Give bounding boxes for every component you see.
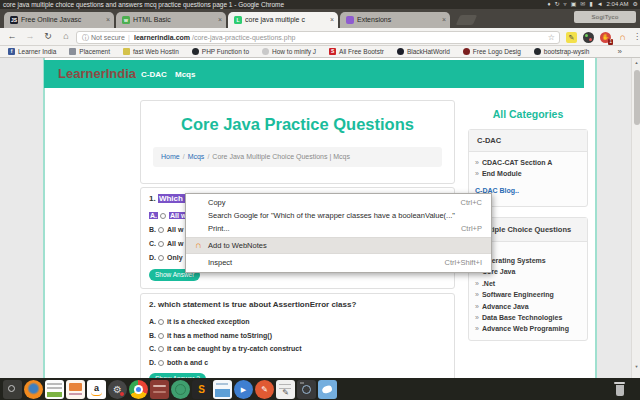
libreoffice-impress-icon[interactable] <box>66 380 85 399</box>
option-c-radio[interactable] <box>158 241 164 247</box>
menu-label: Copy <box>208 196 226 209</box>
menu-item-search-google[interactable]: Search Google for "Which of the wrapper … <box>186 209 491 222</box>
system-tray: ♦ ↻ ▿ ▣ ✉ ▮ ◄ 2:04 AM ⚙ <box>548 0 638 9</box>
address-bar[interactable]: ⓘ Not secure | learnerindia.com /core-ja… <box>76 31 560 44</box>
blue-document-icon[interactable] <box>213 380 232 399</box>
sidebar-item-advance-java[interactable]: »Advance Java <box>475 301 587 312</box>
volume-icon[interactable]: ◄ <box>597 0 603 9</box>
dash-icon[interactable] <box>3 380 22 399</box>
extension-adblock-icon[interactable]: ✋1 <box>600 32 611 43</box>
mail-icon[interactable]: ✉ <box>580 0 585 9</box>
pencil-app-icon[interactable]: ✎ <box>255 380 274 399</box>
trash-icon[interactable] <box>613 381 626 397</box>
page-scrollbar[interactable]: ▲ ▼ <box>631 58 640 378</box>
sidebar-item-cdac-cat[interactable]: »CDAC-CAT Section A <box>475 158 587 169</box>
breadcrumb-home-link[interactable]: Home <box>161 153 180 160</box>
option-c-radio[interactable] <box>158 346 164 352</box>
screenshot-camera-icon[interactable] <box>297 380 316 399</box>
bookmark-all-free-bootstrap[interactable]: SAll Free Bootstr <box>329 48 384 55</box>
option-a-radio[interactable] <box>158 319 164 325</box>
bookmark-star-icon[interactable]: ☆ <box>548 32 555 43</box>
sidebar-item-dotnet[interactable]: ».Net <box>475 278 587 289</box>
tab-core-java-active[interactable]: L core java multiple c × <box>228 12 338 28</box>
breadcrumb-mcqs-link[interactable]: Mcqs <box>188 153 205 160</box>
reload-button[interactable]: ↻ <box>40 28 56 45</box>
sidebar-card1-list: »CDAC-CAT Section A »End Module <box>469 152 587 179</box>
menu-item-inspect[interactable]: Inspect Ctrl+Shift+I <box>186 256 491 269</box>
tab-html-basic[interactable]: w HTML Basic × <box>116 12 226 28</box>
question2-option-c: C.it can be caught by a try-catch constr… <box>149 345 302 352</box>
tab3-close-icon[interactable]: × <box>330 12 334 28</box>
site-brand[interactable]: LearnerIndia <box>58 66 136 81</box>
option-b-radio[interactable] <box>158 227 164 233</box>
scroll-up-arrow[interactable]: ▲ <box>632 60 640 65</box>
green-app-icon[interactable] <box>171 380 190 399</box>
sublime-text-icon[interactable]: S <box>192 380 211 399</box>
nav-link-mcqs[interactable]: Mcqs <box>175 70 195 79</box>
home-button[interactable]: ⌂ <box>58 28 74 45</box>
scroll-down-arrow[interactable]: ▼ <box>632 364 640 369</box>
tab2-title: HTML Basic <box>133 12 213 28</box>
tab2-close-icon[interactable]: × <box>218 12 222 28</box>
menu-item-print[interactable]: Print... Ctrl+P <box>186 222 491 235</box>
bookmark-bootstrap-wysih[interactable]: bootstrap-wysih <box>534 48 590 55</box>
firefox-icon[interactable] <box>24 380 43 399</box>
bookmark-php-function[interactable]: PHP Function to <box>192 48 249 55</box>
power-gear-icon[interactable]: ⚙ <box>633 0 638 9</box>
sidebar-item-end-module[interactable]: »End Module <box>475 169 587 180</box>
amazon-icon[interactable]: a <box>87 380 106 399</box>
battery-icon[interactable]: ▮ <box>589 0 592 9</box>
system-settings-icon[interactable]: ⚙ <box>108 380 127 399</box>
watermark-badge[interactable]: SogiTyco <box>574 11 636 23</box>
bookmark-free-logo-design[interactable]: Free Logo Desig <box>463 48 521 55</box>
network-icon[interactable]: ▿ <box>564 0 567 9</box>
tab3-favicon: L <box>234 16 242 24</box>
chevron-icon: » <box>475 291 479 298</box>
extension-horseshoe-icon[interactable]: ∩ <box>617 32 628 43</box>
clock[interactable]: 2:04 AM <box>607 0 629 9</box>
option-a-radio[interactable] <box>160 213 166 219</box>
bookmark-blackhatworld[interactable]: BlackHatWorld <box>397 48 450 55</box>
files-drawer-icon[interactable] <box>150 380 169 399</box>
media-player-icon[interactable]: ▶ <box>234 380 253 399</box>
bookmark-how-to-minify[interactable]: How to minify J <box>262 48 316 55</box>
bookmark-placement[interactable]: Placement <box>69 48 110 55</box>
libreoffice-calc-icon[interactable] <box>45 380 64 399</box>
menu-item-copy[interactable]: Copy Ctrl+C <box>186 196 491 209</box>
sync-icon[interactable]: ↻ <box>555 0 560 9</box>
bookmarks-overflow-chevron[interactable]: » <box>618 46 622 58</box>
option-b-radio[interactable] <box>158 333 164 339</box>
bookmark-learner-india[interactable]: fLearner India <box>8 48 56 55</box>
indicator-icon[interactable]: ♦ <box>548 0 551 9</box>
question1-option-d: D.Only <box>149 254 183 261</box>
forward-button[interactable]: → <box>22 28 38 45</box>
nav-link-cdac[interactable]: C-DAC <box>141 70 167 79</box>
back-button[interactable]: ← <box>4 28 20 45</box>
tab1-close-icon[interactable]: × <box>106 12 110 28</box>
tab-free-online-javascript[interactable]: JS Free Online Javasc × <box>4 12 114 28</box>
chrome-icon[interactable] <box>129 380 148 399</box>
extension-sphere-icon[interactable] <box>583 32 594 43</box>
sidebar-item-advance-web-programing[interactable]: »Advance Web Programing <box>475 323 587 334</box>
tab4-close-icon[interactable]: × <box>442 12 446 28</box>
text-editor-icon[interactable]: ✎ <box>276 380 295 399</box>
bookmark-fast-web-hosting[interactable]: fast Web Hostin <box>123 48 179 55</box>
chrome-menu-icon[interactable]: ⋮ <box>633 31 640 42</box>
option-d-radio[interactable] <box>158 255 164 261</box>
site-info-icon[interactable]: ⓘ <box>82 32 89 43</box>
tab-extensions[interactable]: Extensions × <box>340 12 450 28</box>
extension-puzzle-icon <box>346 16 354 24</box>
option-text: it is a checked exception <box>167 318 249 325</box>
sidebar-item-software-engineering[interactable]: »Software Engineering <box>475 289 587 300</box>
keyboard-layout-icon[interactable]: ▣ <box>571 0 577 9</box>
new-tab-button[interactable] <box>456 15 477 25</box>
option-d-radio[interactable] <box>158 360 164 366</box>
scrollbar-thumb[interactable] <box>634 70 640 125</box>
extension-pen-icon[interactable]: ✎ <box>566 32 577 43</box>
bird-app-icon[interactable] <box>318 380 337 399</box>
sidebar-item-database-technologies[interactable]: »Data Base Technologies <box>475 312 587 323</box>
github-favicon <box>534 48 541 55</box>
menu-item-add-to-webnotes[interactable]: ∩ Add to WebNotes <box>186 238 491 253</box>
sidebar-item-label: .Net <box>482 280 495 287</box>
option-letter: D. <box>149 359 156 366</box>
